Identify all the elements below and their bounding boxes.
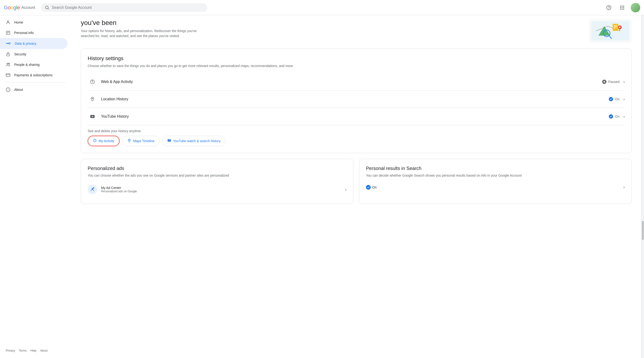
- my-activity-icon: [93, 138, 97, 143]
- youtube-status-text: On: [615, 114, 620, 118]
- apps-icon: [620, 5, 625, 10]
- youtube-chevron: ›: [623, 114, 625, 119]
- location-status: On: [609, 97, 620, 101]
- sidebar-item-people-sharing-label: People & sharing: [14, 63, 40, 66]
- sidebar-item-people-sharing[interactable]: People & sharing: [0, 60, 68, 70]
- personal-results-card: Personal results in Search You can decid…: [359, 159, 632, 204]
- youtube-status: On: [609, 114, 620, 118]
- web-app-status: Paused: [602, 80, 620, 84]
- account-label: Account: [22, 6, 35, 10]
- footer-privacy-link[interactable]: Privacy: [6, 349, 15, 352]
- footer-terms-link[interactable]: Terms: [19, 349, 26, 352]
- apps-button[interactable]: [618, 3, 627, 12]
- svg-rect-7: [620, 7, 621, 8]
- main-content: you've been Your options for history, ad…: [71, 15, 641, 358]
- sidebar-item-payments-label: Payments & subscriptions: [14, 73, 52, 77]
- youtube-watch-label: YouTube watch & search history: [173, 139, 220, 143]
- top-illustration: [589, 19, 632, 43]
- avatar[interactable]: [631, 3, 640, 12]
- scrollbar-track: [641, 15, 644, 358]
- help-button[interactable]: [604, 3, 614, 12]
- web-app-icon: [88, 77, 97, 86]
- top-description: Your options for history, ads, and perso…: [81, 28, 200, 38]
- youtube-watch-icon: [167, 138, 171, 143]
- sidebar-item-home[interactable]: Home: [0, 17, 68, 28]
- svg-point-20: [9, 43, 10, 44]
- svg-rect-4: [620, 6, 621, 6]
- web-app-chevron: ›: [623, 80, 625, 84]
- home-icon: [6, 20, 10, 25]
- sidebar-item-home-label: Home: [14, 20, 23, 24]
- top-heading: you've been: [81, 19, 200, 26]
- personal-results-status-item[interactable]: On ›: [366, 182, 625, 192]
- sidebar-item-security[interactable]: Security: [0, 49, 68, 60]
- svg-rect-39: [613, 24, 618, 31]
- history-item-web-app[interactable]: Web & App Activity Paused ›: [88, 73, 625, 90]
- footer-about-link[interactable]: About: [40, 349, 48, 352]
- personal-results-subtitle: You can decide whether Google Search sho…: [366, 173, 625, 178]
- history-settings-subtitle: Choose whether to save the things you do…: [88, 64, 625, 68]
- web-app-label: Web & App Activity: [101, 80, 602, 84]
- sidebar-item-about[interactable]: About: [0, 84, 68, 95]
- svg-point-50: [129, 140, 130, 140]
- my-ad-center-item-sub: Personalized ads on Google: [101, 190, 345, 193]
- header: Google Account: [0, 0, 644, 15]
- see-delete-text: See and delete your history anytime: [88, 129, 625, 133]
- maps-timeline-button[interactable]: Maps Timeline: [122, 136, 160, 146]
- svg-rect-45: [604, 81, 605, 83]
- location-on-icon: [609, 97, 613, 101]
- sidebar-item-about-label: About: [14, 88, 23, 92]
- svg-point-35: [619, 26, 620, 28]
- personal-results-status-text: On: [372, 186, 377, 189]
- sidebar-nav: Home Personal info Data & privacy: [0, 17, 71, 95]
- location-label: Location History: [101, 97, 609, 101]
- top-text: you've been Your options for history, ad…: [81, 19, 200, 38]
- search-input[interactable]: [52, 6, 204, 10]
- svg-point-22: [7, 63, 8, 64]
- sidebar-item-payments[interactable]: Payments & subscriptions: [0, 70, 68, 80]
- my-ad-center-icon: [88, 185, 97, 194]
- my-ad-center-item[interactable]: My Ad Center Personalized ads on Google …: [88, 182, 346, 197]
- payments-icon: [6, 73, 10, 78]
- svg-rect-10: [620, 8, 621, 10]
- location-icon: [88, 94, 97, 104]
- svg-rect-24: [6, 74, 10, 76]
- main-layout: Home Personal info Data & privacy: [0, 15, 644, 358]
- scrollbar-thumb[interactable]: [642, 221, 644, 240]
- action-buttons: My Activity Maps Timeline YouTube watch …: [88, 136, 625, 146]
- google-account-logo[interactable]: Google Account: [4, 4, 35, 11]
- footer-help-link[interactable]: Help: [30, 349, 36, 352]
- history-item-youtube[interactable]: YouTube History On ›: [88, 108, 625, 125]
- svg-rect-8: [622, 7, 622, 8]
- sidebar-item-personal-info[interactable]: Personal info: [0, 28, 68, 38]
- personal-results-chevron: ›: [623, 185, 625, 190]
- sidebar-item-data-privacy-label: Data & privacy: [15, 42, 36, 46]
- my-activity-label: My Activity: [98, 139, 114, 143]
- history-item-location[interactable]: Location History On ›: [88, 90, 625, 108]
- sidebar: Home Personal info Data & privacy: [0, 15, 71, 358]
- svg-point-0: [46, 6, 48, 9]
- personalized-ads-title: Personalized ads: [88, 166, 346, 171]
- svg-rect-5: [622, 6, 622, 6]
- data-privacy-icon: [6, 41, 11, 46]
- security-icon: [6, 52, 10, 56]
- youtube-watch-search-button[interactable]: YouTube watch & search history: [162, 136, 226, 146]
- youtube-icon: [88, 112, 97, 121]
- search-bar: [41, 3, 207, 12]
- my-ad-center-item-title: My Ad Center: [101, 186, 345, 190]
- svg-line-1: [48, 8, 49, 9]
- sidebar-item-data-privacy[interactable]: Data & privacy: [0, 38, 68, 49]
- search-icon: [45, 5, 50, 10]
- web-app-status-text: Paused: [608, 80, 620, 84]
- svg-rect-11: [622, 8, 622, 10]
- header-icons: [604, 3, 640, 12]
- about-icon: [6, 87, 10, 92]
- on-status: On: [366, 185, 377, 190]
- sidebar-item-personal-info-label: Personal info: [14, 31, 34, 35]
- sidebar-divider: [6, 82, 66, 82]
- my-activity-button[interactable]: My Activity: [88, 136, 120, 146]
- on-check-icon: [366, 185, 371, 190]
- maps-timeline-label: Maps Timeline: [133, 139, 154, 143]
- history-settings-title: History settings: [88, 56, 625, 62]
- svg-point-13: [7, 21, 9, 22]
